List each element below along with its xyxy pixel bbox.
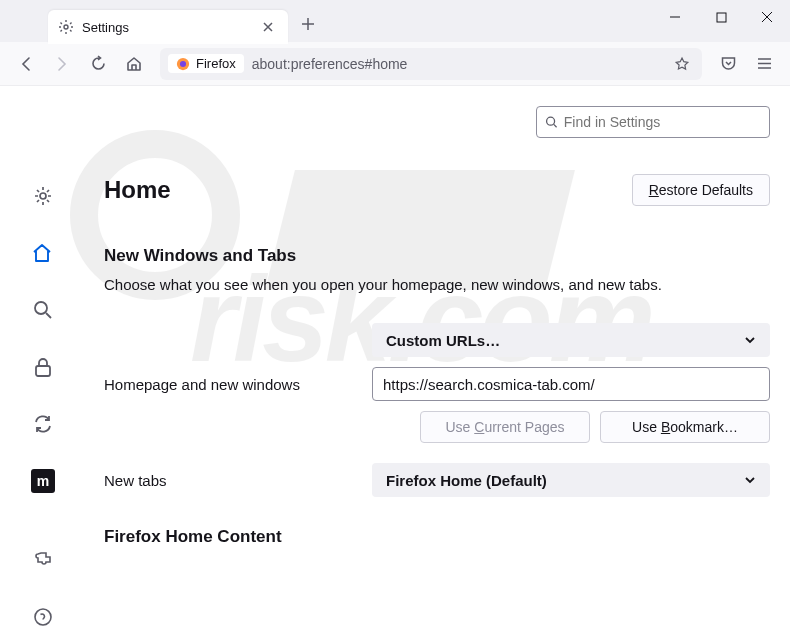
new-tab-button[interactable] (292, 8, 324, 40)
window-controls (652, 0, 790, 42)
svg-point-3 (180, 60, 186, 66)
homepage-url-input[interactable] (372, 367, 770, 401)
sidebar-item-sync[interactable] (24, 407, 60, 442)
restore-defaults-button[interactable]: Restore Defaults (632, 174, 770, 206)
use-current-pages-button[interactable]: Use Current Pages (420, 411, 590, 443)
find-in-settings[interactable] (536, 106, 770, 138)
svg-point-4 (40, 193, 46, 199)
tab-title: Settings (82, 20, 258, 35)
sidebar-item-privacy[interactable] (24, 349, 60, 384)
pocket-button[interactable] (712, 48, 744, 80)
firefox-home-content-title: Firefox Home Content (104, 527, 770, 547)
newtabs-dropdown[interactable]: Firefox Home (Default) (372, 463, 770, 497)
sidebar-item-help[interactable] (24, 600, 60, 635)
browser-tab[interactable]: Settings (48, 10, 288, 44)
page-title: Home (104, 176, 171, 204)
find-input[interactable] (564, 114, 761, 130)
bookmark-star-button[interactable] (670, 52, 694, 76)
sidebar-item-search[interactable] (24, 292, 60, 327)
newtabs-row: New tabs Firefox Home (Default) (104, 463, 770, 497)
identity-label: Firefox (196, 56, 236, 71)
app-menu-button[interactable] (748, 48, 780, 80)
new-windows-tabs-section: New Windows and Tabs Choose what you see… (104, 246, 770, 547)
back-button[interactable] (10, 48, 42, 80)
sidebar-item-home[interactable] (24, 235, 60, 270)
sidebar-item-general[interactable] (24, 178, 60, 213)
settings-sidebar: m (16, 86, 68, 635)
page-header: Home Restore Defaults (104, 174, 770, 206)
svg-rect-1 (717, 13, 726, 22)
navigation-toolbar: Firefox about:preferences#home (0, 42, 790, 86)
address-text: about:preferences#home (252, 56, 670, 72)
url-bar[interactable]: Firefox about:preferences#home (160, 48, 702, 80)
use-bookmark-button[interactable]: Use Bookmark… (600, 411, 770, 443)
maximize-button[interactable] (698, 0, 744, 34)
chevron-down-icon (744, 474, 756, 486)
svg-point-5 (35, 302, 47, 314)
home-button[interactable] (118, 48, 150, 80)
gear-icon (58, 19, 74, 35)
sidebar-item-more[interactable]: m (24, 464, 60, 499)
identity-badge: Firefox (168, 54, 244, 73)
forward-button[interactable] (46, 48, 78, 80)
chevron-down-icon (744, 334, 756, 346)
newtabs-label: New tabs (104, 472, 360, 489)
section-title: New Windows and Tabs (104, 246, 770, 266)
homepage-label: Homepage and new windows (104, 376, 360, 393)
section-description: Choose what you see when you open your h… (104, 274, 770, 295)
settings-content: m Home Restore Defaults New Windows and … (0, 86, 790, 635)
minimize-button[interactable] (652, 0, 698, 34)
homepage-buttons: Use Current Pages Use Bookmark… (372, 411, 770, 443)
sidebar-item-extensions[interactable] (24, 543, 60, 578)
svg-point-0 (64, 25, 68, 29)
mozilla-icon: m (31, 469, 55, 493)
svg-point-8 (547, 117, 555, 125)
svg-rect-6 (36, 366, 50, 376)
close-window-button[interactable] (744, 0, 790, 34)
homepage-mode-dropdown[interactable]: Custom URLs… (372, 323, 770, 357)
window-titlebar: Settings (0, 0, 790, 42)
close-tab-button[interactable] (258, 17, 278, 37)
homepage-dropdown-row: Custom URLs… (104, 323, 770, 357)
reload-button[interactable] (82, 48, 114, 80)
settings-main: Home Restore Defaults New Windows and Ta… (68, 86, 790, 635)
homepage-row: Homepage and new windows (104, 367, 770, 401)
